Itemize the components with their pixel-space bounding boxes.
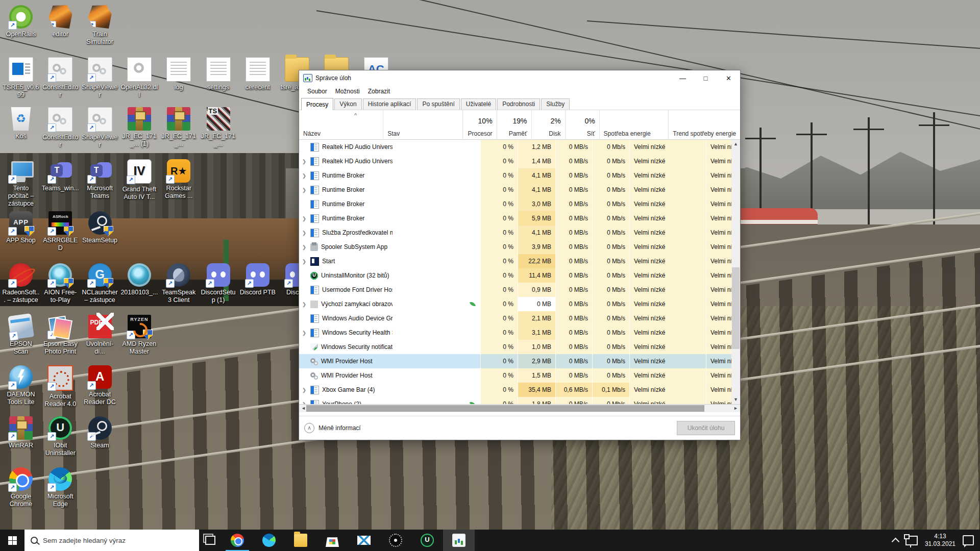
horizontal-scroll-thumb[interactable] (306, 405, 704, 412)
desktop-icon-teamspeak3[interactable]: ↗TeamSpeak 3 Client (160, 263, 198, 304)
taskbar-app-mail[interactable] (348, 530, 380, 551)
process-row[interactable]: Windows Audio Device Graph Is...0 %2,1 M… (299, 311, 740, 325)
column-cpu[interactable]: 10% Procesor (463, 110, 497, 139)
column-network[interactable]: 0% Síť (566, 110, 600, 139)
process-row[interactable]: ❯YourPhone (2)0 %1,8 MB0 MB/s0 Mb/sVelmi… (299, 397, 740, 405)
expand-chevron-icon[interactable]: ❯ (300, 387, 308, 393)
expand-chevron-icon[interactable]: ❯ (300, 173, 308, 179)
maximize-button[interactable]: □ (694, 70, 717, 86)
tab-sluzby[interactable]: Služby (541, 98, 570, 110)
desktop-icon-epson-easy-photo[interactable]: ↗Epson Easy Photo Print (41, 315, 79, 356)
desktop-icon-cerecent[interactable]: cerecent (239, 57, 277, 91)
task-view-button[interactable] (199, 530, 222, 551)
process-row[interactable]: ❯Start0 %22,2 MB0 MB/s0 Mb/sVelmi nízkéV… (299, 254, 740, 268)
desktop-icon-amd-ryzen-master[interactable]: ↗AMD Ryzen Master (120, 315, 158, 356)
desktop-icon-google-chrome[interactable]: ↗Google Chrome (2, 467, 40, 508)
tab-vykon[interactable]: Výkon (334, 98, 361, 110)
vertical-scrollbar[interactable]: ▲ ▼ (731, 140, 740, 404)
taskbar-search-box[interactable]: Sem zadejte hledaný výraz (24, 530, 199, 551)
taskbar-app-iobit[interactable] (411, 530, 443, 551)
column-status[interactable]: Stav (383, 110, 462, 139)
desktop-icon-teams-win[interactable]: ↗Teams_win... (41, 159, 79, 192)
desktop-icon-microsoft-teams[interactable]: ↗Microsoft Teams (81, 159, 119, 200)
desktop-icon-shapeviewer-1[interactable]: ↗ShapeViewer (81, 57, 119, 99)
process-row[interactable]: ❯Runtime Broker0 %4,1 MB0 MB/s0 Mb/sVelm… (299, 168, 740, 183)
desktop-icon-microsoft-edge[interactable]: ↗Microsoft Edge (41, 467, 79, 508)
process-row[interactable]: ❯Výchozí zamykací obrazovka Wi...0 %0 MB… (299, 297, 740, 311)
menu-moznosti[interactable]: Možnosti (331, 87, 364, 96)
expand-chevron-icon[interactable]: ❯ (300, 187, 308, 193)
process-row[interactable]: ❯Služba Zprostředkovatel monito...0 %4,1… (299, 226, 740, 240)
desktop-icon-jr-ec-171-3[interactable]: JR_EC_171_... (200, 107, 237, 148)
process-row[interactable]: Usermode Font Driver Host0 %0,9 MB0 MB/s… (299, 283, 740, 297)
desktop-icon-jr-ec-171-2[interactable]: JR_EC_171_... (160, 107, 198, 148)
taskbar-app-chrome[interactable] (222, 530, 253, 551)
taskbar-app-taskmgr[interactable] (443, 530, 475, 551)
end-task-button[interactable]: Ukončit úlohu (677, 421, 735, 435)
expand-chevron-icon[interactable]: ❯ (300, 244, 308, 250)
desktop-icon-tento-pocitac[interactable]: ↗Tento počítač – zástupce (2, 159, 40, 208)
expand-chevron-icon[interactable]: ❯ (300, 330, 308, 336)
column-power-usage[interactable]: Spotřeba energie (600, 110, 669, 139)
desktop-icon-gta-iv[interactable]: ↗Grand Theft Auto IV T... (120, 159, 158, 201)
expand-chevron-icon[interactable]: ❯ (300, 230, 308, 236)
desktop-icon-jr-ec-171-1[interactable]: JR_EC_171_... (1) (120, 107, 158, 148)
desktop-icon-epson-scan[interactable]: ↗EPSON Scan (2, 315, 40, 356)
desktop-icon-nclauncher[interactable]: ↗NCLauncher – zástupce (81, 263, 119, 304)
vertical-scroll-thumb[interactable] (732, 267, 740, 349)
desktop-icon-openrails[interactable]: ↗OpenRails (2, 5, 40, 38)
desktop-icon-settings-file[interactable]: settings (200, 57, 237, 91)
desktop-icon-acrobat-reader-40[interactable]: ↗Acrobat Reader 4.0 (41, 365, 79, 408)
column-disk[interactable]: 2% Disk (532, 110, 566, 139)
process-row[interactable]: ❯Realtek HD Audio Universal Serv...0 %1,… (299, 154, 740, 168)
process-row[interactable]: ❯Runtime Broker0 %4,1 MB0 MB/s0 Mb/sVelm… (299, 183, 740, 197)
minimize-button[interactable]: — (671, 70, 694, 86)
desktop-icon-steamsetup[interactable]: SteamSetup (81, 211, 119, 244)
expand-chevron-icon[interactable]: ❯ (300, 216, 308, 221)
desktop-icon-shapeviewer-2[interactable]: ↗ShapeViewer (81, 107, 119, 149)
column-power-trend[interactable]: Trend spotřeby energie (669, 110, 740, 139)
desktop-icon-tsre5[interactable]: TSRE5_v0.699 (2, 57, 40, 99)
process-row[interactable]: Runtime Broker0 %3,0 MB0 MB/s0 Mb/sVelmi… (299, 197, 740, 211)
scroll-up-arrow[interactable]: ▲ (731, 140, 740, 148)
tab-pospusteni[interactable]: Po spuštění (417, 98, 459, 110)
process-row[interactable]: ❯Spooler SubSystem App0 %3,9 MB0 MB/s0 M… (299, 240, 740, 254)
desktop-icon-app-shop[interactable]: ↗APP Shop (2, 211, 40, 244)
title-bar[interactable]: Správce úloh — □ ✕ (299, 70, 740, 86)
desktop-icon-winrar[interactable]: ↗WinRAR (2, 416, 40, 449)
desktop-icon-editor[interactable]: ↗editor (41, 5, 79, 38)
desktop-icon-acrobat-reader-dc[interactable]: ↗Acrobat Reader DC (81, 365, 119, 406)
tab-uzivatele[interactable]: Uživatelé (461, 98, 496, 110)
network-icon[interactable] (905, 536, 918, 545)
desktop-icon-asrrgbled[interactable]: ↗ASRRGBLED (41, 211, 79, 252)
tray-chevron-up-icon[interactable] (892, 537, 900, 545)
desktop-icon-20180103[interactable]: 20180103_... (120, 263, 158, 296)
horizontal-scrollbar[interactable]: ◄ ► (299, 405, 740, 412)
menu-zobrazit[interactable]: Zobrazit (364, 87, 394, 96)
desktop-icon-radeonsoftware[interactable]: ↗RadeonSoft... – zástupce (2, 263, 40, 304)
tab-historieaplikaci[interactable]: Historie aplikací (363, 98, 416, 110)
menu-soubor[interactable]: Soubor (303, 87, 331, 96)
process-row[interactable]: UninstallMonitor (32 bitů)0 %11,4 MB0 MB… (299, 268, 740, 283)
start-button[interactable] (0, 530, 24, 551)
desktop-icon-aion[interactable]: ↗AION Free-to-Play (41, 263, 79, 304)
desktop-icon-rockstar-games[interactable]: ↗Rockstar Games ... (160, 159, 198, 200)
taskbar-app-ring[interactable] (380, 530, 411, 551)
tab-podrobnosti[interactable]: Podrobnosti (497, 98, 540, 110)
scroll-right-arrow[interactable]: ► (731, 405, 740, 412)
desktop-icon-discord-ptb[interactable]: ↗Discord PTB (239, 263, 277, 296)
process-row[interactable]: Realtek HD Audio Universal Serv...0 %1,2… (299, 140, 740, 154)
close-button[interactable]: ✕ (717, 70, 740, 86)
fewer-details-toggle[interactable]: ᴧ Méně informací (304, 423, 361, 433)
desktop-icon-log[interactable]: log (160, 57, 198, 91)
process-row[interactable]: Windows Security notification i...0 %1,0… (299, 340, 740, 354)
desktop-icon-consisteditor-1[interactable]: ↗ConsistEditor (41, 57, 79, 99)
desktop-icon-daemon-tools[interactable]: ↗DAEMON Tools Lite (2, 365, 40, 406)
desktop-icon-iobit-uninstaller[interactable]: ↗IObit Uninstaller (41, 416, 79, 457)
taskbar-clock[interactable]: 4:13 31.03.2021 (925, 533, 955, 548)
desktop-icon-discordsetup[interactable]: ↗DiscordSetup (1) (200, 263, 237, 304)
taskbar-app-store[interactable] (316, 530, 348, 551)
action-center-icon[interactable] (963, 535, 974, 545)
tab-procesy[interactable]: Procesy (301, 98, 333, 110)
desktop-icon-consisteditor-2[interactable]: ↗ConsistEditor (41, 107, 79, 149)
